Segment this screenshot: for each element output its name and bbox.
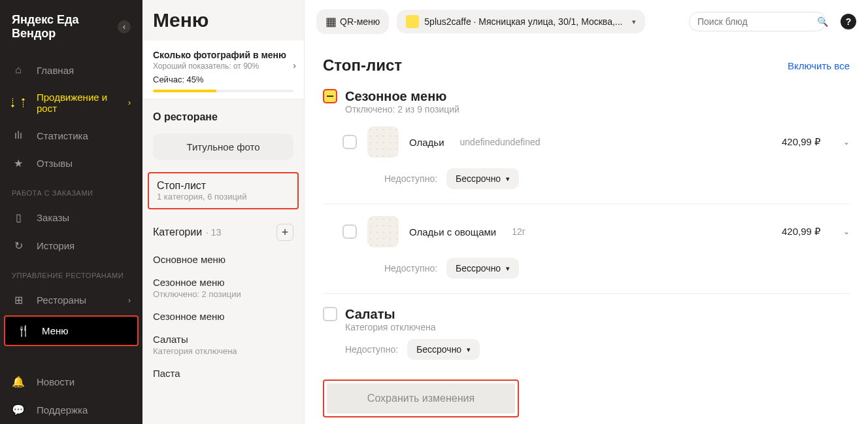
availability-term-picker[interactable]: Бессрочно ▾ [446,258,519,279]
dish-row: Оладьи undefinedundefined 420,99 ₽ ⌄ [323,115,850,162]
growth-icon: ⭭⭫ [12,97,25,109]
category-item[interactable]: Паста [142,359,304,381]
availability-term-picker[interactable]: Бессрочно ▾ [446,168,519,189]
nav-reviews-label: Отзывы [37,158,131,169]
history-icon: ↻ [12,239,25,252]
qr-icon: ▦ [326,14,335,29]
photos-progress-card[interactable]: Сколько фотографий в меню Хороший показа… [142,41,304,99]
nav-group-orders: РАБОТА С ЗАКАЗАМИ [0,177,142,203]
dish-checkbox[interactable] [342,135,357,149]
availability-row: Недоступно: Бессрочно ▾ [323,251,850,294]
nav-news[interactable]: 🔔 Новости [0,368,142,396]
categories-title: Категории [153,226,202,238]
availability-label: Недоступно: [345,344,398,355]
content: Стоп-лист Включить все Сезонное меню Отк… [305,43,868,424]
dish-thumb [367,126,399,158]
photos-progress-bar [153,90,293,92]
group-sub: Категория отключена [345,322,435,332]
panel-heading: Меню [142,0,304,41]
qr-label: QR-меню [340,16,380,27]
photos-sub: Хороший показатель: от 90% [153,62,293,71]
menu-panel: Меню Сколько фотографий в меню Хороший п… [142,0,305,424]
group-title: Салаты [345,307,435,322]
dish-checkbox[interactable] [342,224,357,239]
qr-menu-button[interactable]: ▦ QR-меню [316,9,389,34]
save-button[interactable]: Сохранить изменения [323,380,519,417]
sidebar-collapse-button[interactable]: ‹ [118,20,131,33]
photos-title: Сколько фотографий в меню [153,50,293,60]
stoplist-sub: 1 категория, 6 позиций [157,192,290,202]
title-photo-button[interactable]: Титульное фото [153,133,293,160]
content-header: Стоп-лист Включить все [323,50,850,89]
chevron-down-icon: ▾ [506,175,510,183]
category-title: Сезонное меню [153,311,293,322]
availability-term-picker[interactable]: Бессрочно ▾ [407,339,480,360]
help-button[interactable]: ? [841,14,856,29]
search-box[interactable]: 🔍 [689,12,826,31]
availability-row: Недоступно: Бессрочно ▾ [323,332,850,374]
nav-restaurants[interactable]: ⊞ Рестораны › [0,286,142,314]
home-icon: ⌂ [12,64,25,76]
group-head: Салаты Категория отключена [323,307,850,332]
nav-growth[interactable]: ⭭⭫ Продвижение и рост › [0,84,142,122]
category-title: Паста [153,368,293,379]
nav-support-label: Поддержка [37,404,131,415]
support-icon: 💬 [12,404,25,416]
dish-row: Оладьи с овощами 12г 420,99 ₽ ⌄ [323,204,850,251]
nav-orders-label: Заказы [37,212,131,223]
nav-restaurants-label: Рестораны [37,294,116,306]
group-checkbox[interactable] [323,89,337,103]
topbar: ▦ QR-меню 5plus2caffe · Мясницкая улица,… [305,0,868,43]
category-title: Сезонное меню [153,277,293,288]
group-checkbox[interactable] [323,307,337,321]
sidebar: Яндекс Еда Вендор ‹ ⌂ Главная ⭭⭫ Продвиж… [0,0,142,424]
category-item[interactable]: Салаты Категория отключена [142,325,304,359]
chevron-down-icon[interactable]: ⌄ [843,137,850,147]
main-area: ▦ QR-меню 5plus2caffe · Мясницкая улица,… [305,0,868,424]
dish-note: undefinedundefined [460,137,541,147]
chevron-right-icon: › [128,296,131,305]
menu-icon: 🍴 [17,325,30,337]
reviews-icon: ★ [12,157,25,169]
enable-all-link[interactable]: Включить все [788,60,850,71]
add-category-button[interactable]: + [276,224,293,241]
category-item[interactable]: Сезонное меню Отключено: 2 позиции [142,268,304,302]
stoplist-title: Стоп-лист [157,180,290,192]
orders-icon: ▯ [12,211,25,224]
nav-orders[interactable]: ▯ Заказы [0,203,142,232]
search-input[interactable] [697,16,812,27]
categories-count: · 13 [206,227,221,238]
dish-note: 12г [512,226,526,237]
availability-label: Недоступно: [384,263,437,274]
group-sub: Отключено: 2 из 9 позиций [345,104,459,115]
panel-title: Меню [153,9,209,31]
nav-stats[interactable]: ılı Статистика [0,122,142,149]
nav-history[interactable]: ↻ История [0,232,142,260]
category-title: Основное меню [153,254,293,265]
category-item[interactable]: Основное меню [142,245,304,268]
category-title: Салаты [153,334,293,345]
nav-menu[interactable]: 🍴 Меню [4,315,139,346]
chevron-down-icon[interactable]: ⌄ [843,227,850,236]
stoplist-group: Сезонное меню Отключено: 2 из 9 позиций … [323,89,850,294]
nav-news-label: Новости [37,376,131,387]
group-title: Сезонное меню [345,89,459,104]
stoplist-nav[interactable]: Стоп-лист 1 категория, 6 позиций [148,172,299,209]
dish-price: 420,99 ₽ [782,136,821,148]
term-label: Бессрочно [456,263,501,274]
restaurants-icon: ⊞ [12,294,25,306]
dish-name: Оладьи [409,137,444,148]
categories-header: Категории · 13 + [142,209,304,245]
save-button-wrap: Сохранить изменения [323,380,519,417]
nav-reviews[interactable]: ★ Отзывы [0,149,142,177]
page-title: Стоп-лист [323,56,402,75]
nav-home[interactable]: ⌂ Главная [0,56,142,84]
category-item[interactable]: Сезонное меню [142,302,304,325]
restaurant-picker[interactable]: 5plus2caffe · Мясницкая улица, 30/1, Мос… [397,10,644,33]
nav-support[interactable]: 💬 Поддержка [0,396,142,424]
app-title: Яндекс Еда Вендор [12,13,118,41]
group-head: Сезонное меню Отключено: 2 из 9 позиций [323,89,850,115]
chevron-down-icon: ▾ [506,264,510,273]
about-title: О ресторане [142,99,304,127]
availability-label: Недоступно: [384,173,437,184]
